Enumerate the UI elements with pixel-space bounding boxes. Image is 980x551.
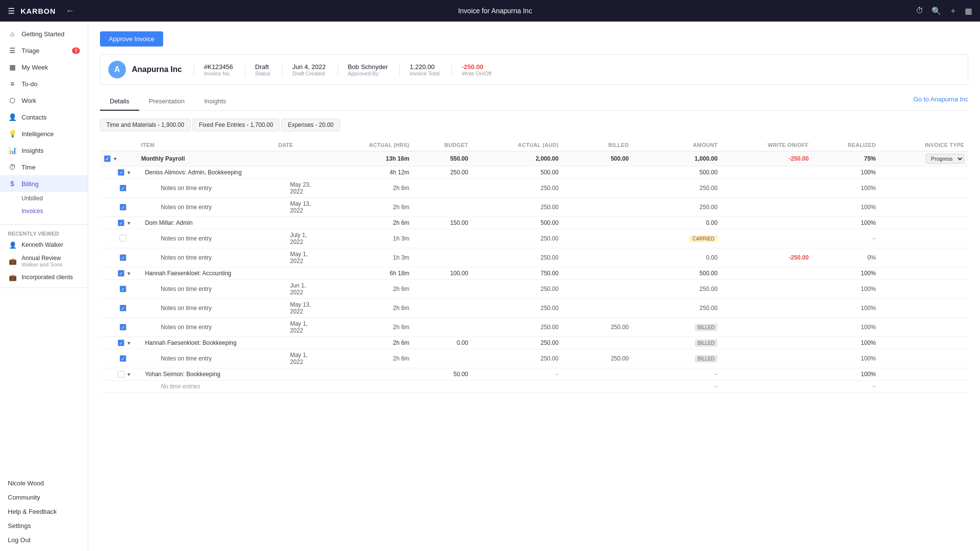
row-billed-cell (563, 198, 633, 217)
row-billed-cell: 250.00 (563, 318, 633, 337)
timer-icon[interactable]: ⏱ (916, 6, 924, 15)
sidebar-item-getting-started[interactable]: ⌂ Getting Started (0, 25, 88, 42)
expand-icon[interactable]: ▼ (126, 271, 131, 276)
sidebar-item-contacts[interactable]: 👤 Contacts (0, 109, 88, 125)
filter-fixed-fee[interactable]: Fixed Fee Entries - 1,700.00 (193, 119, 279, 131)
sidebar-item-time[interactable]: ⏱ Time (0, 159, 88, 175)
table-row: ✓ Notes on time entry May 23, 2022 2h 6m… (100, 179, 968, 198)
row-budget-cell: 50.00 (413, 368, 472, 381)
tab-presentation[interactable]: Presentation (139, 93, 195, 111)
row-checkbox[interactable]: ✓ (120, 204, 126, 211)
row-checkbox[interactable]: ✓ (120, 185, 126, 192)
go-to-client-link[interactable]: Go to Anapurna Inc (913, 93, 968, 110)
add-icon[interactable]: ＋ (949, 6, 957, 16)
work-icon: ⬡ (8, 96, 17, 105)
row-date-cell (274, 381, 323, 393)
row-checkbox[interactable]: ✓ (120, 254, 126, 261)
tab-details[interactable]: Details (100, 93, 139, 111)
week-icon: ▦ (8, 63, 17, 72)
search-icon[interactable]: 🔍 (931, 6, 941, 16)
sidebar-item-insights[interactable]: 📊 Insights (0, 142, 88, 159)
row-checkbox[interactable]: ✓ (120, 355, 126, 362)
recent-item-kenneth-walker[interactable]: 👤 Kenneth Walker (0, 238, 88, 252)
tab-insights[interactable]: Insights (195, 93, 236, 111)
expand-icon[interactable]: ▼ (126, 340, 131, 346)
approve-invoice-button[interactable]: Approve Invoice (100, 31, 163, 47)
col-write-on-off: WRITE ON/OFF (721, 139, 812, 151)
row-realized-cell: 100% (812, 349, 880, 368)
sidebar-bottom: Nicole Wood Community Help & Feedback Se… (0, 476, 88, 551)
sidebar-item-nicole-wood[interactable]: Nicole Wood (0, 476, 88, 490)
sidebar-sub-unbilled[interactable]: Unbilled (0, 192, 88, 205)
row-checkbox[interactable]: ✓ (118, 169, 124, 176)
table-header-row: ITEM DATE ACTUAL (HRS) BUDGET ACTUAL (AU… (100, 139, 968, 151)
sidebar-item-to-do[interactable]: ≡ To-do (0, 75, 88, 92)
row-checkbox[interactable]: ✓ (104, 155, 111, 162)
row-realized-cell: 100% (812, 368, 880, 381)
row-checkbox[interactable]: ✓ (120, 305, 126, 311)
row-checkbox[interactable]: ✓ (118, 270, 124, 277)
filter-expenses[interactable]: Expenses - 20.00 (281, 119, 340, 131)
filter-time-materials[interactable]: Time and Materials - 1,900.00 (100, 119, 191, 131)
row-invoice-type-cell (880, 368, 968, 381)
sidebar-item-triage[interactable]: ☰ Triage 9 (0, 42, 88, 59)
expand-icon[interactable]: ▼ (126, 170, 131, 175)
invoice-type-select[interactable]: Progress (926, 154, 964, 164)
sidebar: ⌂ Getting Started ☰ Triage 9 ▦ My Week ≡… (0, 22, 88, 551)
row-write-on-off-cell (721, 368, 812, 381)
row-invoice-type-cell (880, 229, 968, 248)
expand-icon[interactable]: ▼ (113, 156, 118, 162)
sidebar-item-label: Billing (22, 180, 39, 188)
row-checkbox[interactable] (118, 371, 124, 378)
row-checkbox[interactable]: ✓ (120, 324, 126, 331)
row-amount-cell: 0.00 (633, 248, 721, 267)
recent-item-label: Annual Review (22, 255, 62, 262)
notifications-icon[interactable]: ▦ (965, 6, 972, 16)
row-checkbox[interactable]: ✓ (120, 286, 126, 292)
sidebar-item-label: Insights (22, 147, 44, 154)
sidebar-item-intelligence[interactable]: 💡 Intelligence (0, 125, 88, 142)
sidebar-sub-invoices[interactable]: Invoices (0, 205, 88, 217)
row-checkbox-cell: ✓ ▼ (100, 167, 137, 179)
recent-item-annual-review[interactable]: 💼 Annual Review Walker and Sons (0, 252, 88, 270)
row-actual-hrs-cell: 2h 6m (323, 349, 413, 368)
row-checkbox[interactable]: ✓ (118, 219, 124, 226)
row-actual-hrs-cell (323, 368, 413, 381)
row-item-cell: Notes on time entry (137, 349, 274, 368)
sidebar-item-log-out[interactable]: Log Out (0, 533, 88, 547)
row-amount-cell: BILLED (633, 318, 721, 337)
draft-created-field: Jun 4, 2022 Draft Created (282, 63, 326, 76)
sidebar-item-help-feedback[interactable]: Help & Feedback (0, 504, 88, 519)
sidebar-item-work[interactable]: ⬡ Work (0, 92, 88, 109)
hamburger-icon[interactable]: ☰ (8, 6, 15, 16)
row-amount-cell: BILLED (633, 349, 721, 368)
row-actual-hrs-cell: 2h 6m (323, 198, 413, 217)
row-invoice-type-cell: Progress (880, 151, 968, 167)
sidebar-item-community[interactable]: Community (0, 490, 88, 504)
row-checkbox[interactable]: ✓ (118, 339, 124, 346)
back-button[interactable]: ← (66, 6, 74, 16)
sidebar-item-my-week[interactable]: ▦ My Week (0, 59, 88, 75)
row-amount-cell: 250.00 (633, 179, 721, 198)
row-checkbox[interactable] (120, 235, 126, 241)
row-billed-cell (563, 299, 633, 318)
recent-item-incorporated-clients[interactable]: 💼 Incorporated clients (0, 270, 88, 285)
row-amount-cell: BILLED (633, 337, 721, 349)
row-actual-aud-cell: 250.00 (472, 198, 563, 217)
row-billed-cell (563, 280, 633, 299)
row-checkbox-cell: ✓ ▼ (100, 151, 137, 167)
row-item-cell: No time entries (137, 381, 274, 393)
row-amount-cell: – (633, 381, 721, 393)
row-budget-cell: 550.00 (413, 151, 472, 167)
row-item-cell: Notes on time entry (137, 280, 274, 299)
expand-icon[interactable]: ▼ (126, 372, 131, 377)
row-date-cell (274, 337, 323, 349)
sidebar-item-billing[interactable]: $ Billing (0, 175, 88, 192)
row-write-on-off-cell (721, 217, 812, 229)
row-checkbox-cell: ✓ (100, 179, 137, 198)
invoice-total-label: Invoice Total (410, 71, 440, 76)
expand-icon[interactable]: ▼ (126, 220, 131, 226)
sidebar-item-settings[interactable]: Settings (0, 519, 88, 533)
row-item-cell: Deniss Alimovs: Admin, Bookkeeping (137, 167, 274, 179)
row-date-cell: May 13, 2022 (274, 198, 323, 217)
